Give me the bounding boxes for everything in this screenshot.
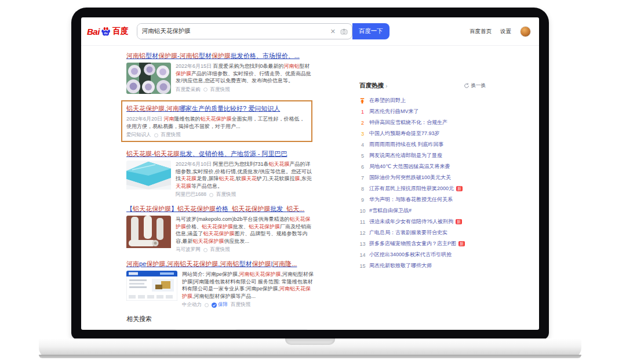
camera-icon[interactable] — [339, 28, 352, 35]
hot-item-text: 在希望的田野上 — [369, 97, 406, 104]
hot-search-panel: 百度热搜 › 换一换 在希望的田野上1周杰伦先行曲MV来了热2钟薛高回应雪糕烧不… — [359, 82, 486, 271]
nav-baidu-home[interactable]: 百度首页 — [470, 28, 492, 35]
search-box: ✕ — [137, 23, 352, 39]
favicon-circle-icon — [205, 303, 209, 307]
cached-page-link[interactable]: 百度快照 — [161, 132, 181, 139]
hot-item-text: 钟薛高回应雪糕烧不化：合规生产 — [369, 119, 447, 126]
verified-badge: 保障 — [212, 301, 228, 308]
related-search-pill[interactable]: 铝合金保护膜风化了怎么去掉 — [233, 329, 310, 330]
search-result-highlighted: 铝天花保护膜,河南哪家生产的质量比较好? 爱问知识人2022年6月20日 河南隆… — [121, 100, 312, 142]
hot-search-item[interactable]: 11强迫未成年少女有偿陪侍?5人被刑拘新 — [359, 216, 486, 227]
laptop-bezel: Bai du 百度 ✕ — [71, 8, 549, 340]
result-date: 2022年6月20日 — [126, 116, 164, 122]
results-column: 河南铝型材保护膜-河南铝型材保护膜批发价格、市场报价、...2022年6月15日… — [126, 52, 358, 330]
hot-item-text: 小区挖出34000多枚宋代古币引哄抢 — [369, 251, 452, 259]
baidu-header: Bai du 百度 ✕ — [81, 17, 539, 45]
hot-search-item[interactable]: 7国际油价为何突然跌破100美元大关 — [359, 172, 486, 183]
hot-rank: 10 — [359, 208, 366, 214]
hot-search-title[interactable]: 百度热搜 — [359, 82, 384, 90]
hot-badge: 新 — [456, 219, 462, 224]
cached-page-link[interactable]: 百度快照 — [216, 191, 236, 198]
related-title: 相关搜索 — [126, 315, 358, 323]
hot-rank: 6 — [359, 164, 366, 170]
hot-search-item[interactable]: 2钟薛高回应雪糕烧不化：合规生产热 — [359, 117, 486, 128]
refresh-button[interactable]: 换一换 — [464, 82, 486, 89]
hot-rank: 9 — [359, 197, 366, 203]
hot-search-item[interactable]: 1周杰伦先行曲MV来了热 — [359, 106, 486, 117]
hot-rank: 15 — [359, 263, 366, 269]
result-body: 马可波罗(makepolo.com)b2b平台提供海量精选的铝天花保护膜价格、铝… — [126, 216, 314, 253]
hot-rank: 4 — [359, 142, 366, 148]
hot-rank-pinned — [359, 98, 366, 104]
hot-badge: 新 — [456, 186, 463, 191]
hot-item-text: 华为声明：与陈春花教授无任何关系 — [369, 196, 453, 203]
search-main: 河南铝型材保护膜-河南铝型材保护膜批发价格、市场报价、...2022年6月15日… — [81, 46, 539, 330]
cached-page-link[interactable]: 百度快照 — [210, 246, 230, 253]
result-thumbnail[interactable] — [126, 271, 177, 308]
result-body: 2022年6月20日 河南隆维包装的铝天花保护膜全面实用，工艺性好，价格低，使用… — [126, 115, 307, 139]
hot-search-item[interactable]: 12广电总局：古装剧服装要符合史实热 — [359, 227, 486, 238]
hot-search-header: 百度热搜 › 换一换 — [359, 82, 486, 90]
hot-item-text: 江苏有居民上报抗原阳性获奖2000元 — [369, 185, 454, 192]
pinned-icon — [359, 98, 365, 104]
result-snippet: 2022年6月20日 河南隆维包装的铝天花保护膜全面实用，工艺性好，价格低，使用… — [126, 115, 307, 130]
user-avatar[interactable] — [520, 26, 531, 37]
result-title-link[interactable]: 【铝天花保护膜】铝天花保护膜价格_铝天花保护膜批发_铝天... — [126, 205, 314, 213]
hot-search-item[interactable]: 14小区挖出34000多枚宋代古币引哄抢 — [359, 249, 486, 260]
result-title-link[interactable]: 铝天花保护膜,河南哪家生产的质量比较好? 爱问知识人 — [126, 104, 307, 113]
search-button[interactable]: 百度一下 — [352, 23, 390, 39]
hot-search-item[interactable]: 8江苏有居民上报抗原阳性获奖2000元新 — [359, 183, 486, 194]
logo-text-bai: Bai — [87, 27, 100, 37]
page-background: Bai du 百度 ✕ — [0, 0, 626, 364]
related-searches: 相关搜索 铝的保护膜是什么铝合金保护膜风化了怎么去掉沈阳软膜天花铝制品表面的保护… — [126, 315, 358, 330]
nav-settings[interactable]: 设置 — [500, 28, 511, 35]
hot-search-item[interactable]: 在希望的田野上 — [359, 95, 486, 106]
paw-icon: du — [100, 26, 112, 37]
result-thumbnail[interactable] — [126, 161, 171, 198]
cached-page-link[interactable]: 百度快照 — [231, 301, 250, 308]
result-snippet: 2022年6月10日 阿里巴巴为您找到731条铝天花膜产品的详细参数,实时报价,… — [176, 161, 314, 190]
result-thumbnail[interactable] — [126, 216, 171, 253]
result-snippet: 马可波罗(makepolo.com)b2b平台提供海量精选的铝天花保护膜价格、铝… — [176, 216, 314, 245]
hot-rank: 14 — [359, 252, 366, 258]
hot-rank: 3 — [359, 131, 366, 137]
hot-search-item[interactable]: 15周杰伦新歌致敬了哪些大师热 — [359, 260, 486, 271]
hot-item-text: 拼多多店铺宠物照含女童内？店主P图 — [369, 240, 456, 247]
hot-rank: 7 — [359, 175, 366, 181]
result-body: 2022年6月10日 阿里巴巴为您找到731条铝天花膜产品的详细参数,实时报价,… — [126, 161, 314, 198]
result-title-link[interactable]: 铝天花膜-铝天花膜批发、促销价格、产地货源 - 阿里巴巴 — [126, 150, 314, 158]
logo-text-baidu: 百度 — [112, 26, 129, 37]
hot-search-item[interactable]: 13拼多多店铺宠物照含女童内？店主P图新 — [359, 238, 486, 249]
hot-search-item[interactable]: 5网友说周杰伦请郎朗是为了显瘦 — [359, 150, 486, 161]
search-result: 河南pe保护膜,河南铝天花保护膜,河南铝型材保护膜|河南隆...网站简介: 河南… — [126, 260, 314, 308]
source-name: 马可波罗网 — [176, 246, 201, 253]
hot-item-text: 周杰伦先行曲MV来了 — [369, 108, 419, 115]
cached-page-link[interactable]: 百度快照 — [210, 86, 230, 93]
hot-search-item[interactable]: 6局地40℃ 大范围凶猛高温又将来袭 — [359, 161, 486, 172]
hot-search-item[interactable]: 9华为声明：与陈春花教授无任何关系 — [359, 194, 486, 205]
favicon-circle-icon — [209, 193, 213, 197]
clear-icon[interactable]: ✕ — [327, 28, 339, 35]
baidu-logo[interactable]: Bai du 百度 — [87, 26, 129, 37]
laptop-screen: Bai du 百度 ✕ — [81, 17, 539, 330]
source-name: 爱问知识人 — [126, 132, 151, 139]
hot-search-item[interactable]: 4雨雨雨雨雨持续在线 到底咋回事 — [359, 139, 486, 150]
refresh-icon — [464, 83, 470, 89]
hot-rank: 12 — [359, 230, 366, 236]
result-source: 爱问知识人百度快照 — [126, 132, 307, 139]
results-list: 河南铝型材保护膜-河南铝型材保护膜批发价格、市场报价、...2022年6月15日… — [126, 52, 358, 308]
search-input[interactable] — [137, 24, 327, 39]
result-title-link[interactable]: 河南铝型材保护膜-河南铝型材保护膜批发价格、市场报价、... — [126, 52, 314, 60]
source-name: 阿里巴巴1688 — [176, 191, 206, 198]
hot-search-item[interactable]: 3中国人均预期寿命提至77.93岁热 — [359, 128, 486, 139]
laptop-notch — [285, 338, 335, 345]
related-search-pill[interactable]: 铝的保护膜是什么 — [126, 329, 179, 330]
result-thumbnail[interactable] — [126, 63, 171, 94]
result-source: 百度爱采购百度快照 — [176, 86, 314, 93]
result-title-link[interactable]: 河南pe保护膜,河南铝天花保护膜,河南铝型材保护膜|河南隆... — [126, 260, 314, 268]
hot-search-item[interactable]: 10#雪糕自由保卫战# — [359, 205, 486, 216]
hot-rank: 11 — [359, 219, 366, 225]
shield-check-icon — [212, 303, 217, 308]
hot-badge: 新 — [458, 241, 465, 246]
favicon-circle-icon — [203, 248, 208, 252]
